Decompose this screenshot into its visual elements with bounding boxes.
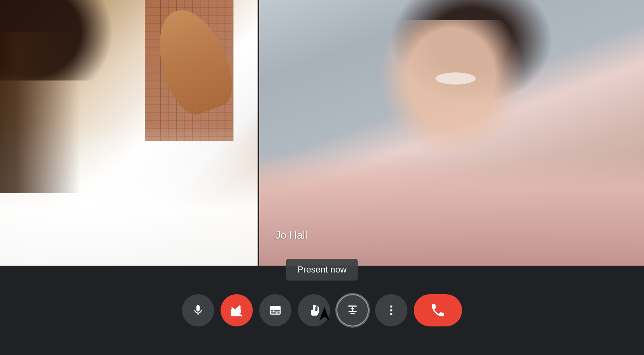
arm-shadow: [0, 32, 80, 193]
person-right-face: [375, 20, 528, 161]
more-options-button[interactable]: [375, 294, 407, 326]
present-now-button[interactable]: [336, 294, 369, 326]
svg-point-2: [390, 309, 392, 311]
video-participant-right: Jo Hall: [259, 0, 644, 266]
camera-button[interactable]: [221, 294, 253, 326]
pink-top: [259, 153, 644, 266]
svg-point-3: [390, 313, 392, 315]
video-bg-right: [259, 0, 644, 266]
present-now-tooltip: Present now: [286, 259, 358, 281]
end-call-button[interactable]: [414, 294, 462, 326]
smile: [436, 72, 476, 85]
video-participant-left: [0, 0, 258, 266]
cursor-icon: [318, 306, 331, 324]
microphone-button[interactable]: [182, 294, 214, 326]
video-grid: Jo Hall: [0, 0, 644, 266]
captions-button[interactable]: [259, 294, 291, 326]
participant-name-right: Jo Hall: [275, 229, 307, 241]
svg-point-1: [390, 305, 392, 308]
svg-marker-0: [320, 308, 329, 320]
video-bg-left: [0, 0, 258, 266]
controls-bar: Present now: [0, 266, 644, 355]
